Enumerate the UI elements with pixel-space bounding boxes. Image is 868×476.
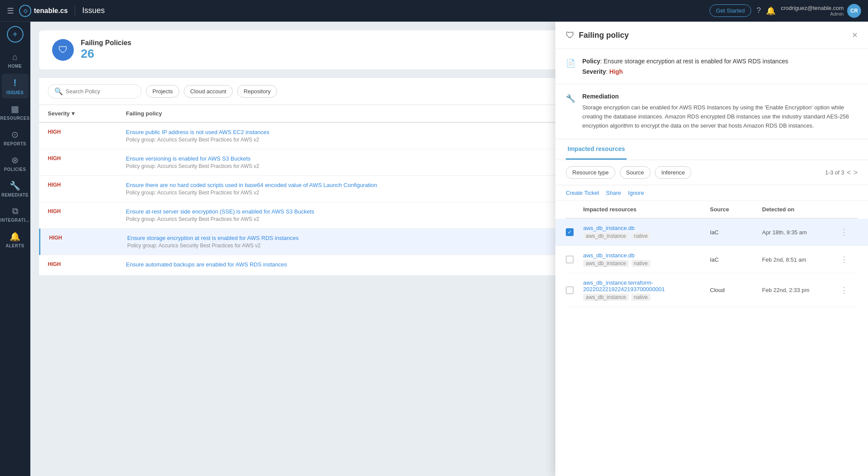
prev-page-button[interactable]: <	[847, 169, 851, 177]
list-item: aws_db_instance.db aws_db_instance nativ…	[566, 246, 858, 273]
ignore-link[interactable]: Ignore	[628, 190, 644, 196]
remediate-icon: 🔧	[10, 181, 20, 191]
policy-text: Ensure storage encryption at rest is ena…	[604, 58, 788, 65]
resource-source: IaC	[710, 229, 762, 236]
detail-remediation-content: Remediation Storage encryption can be en…	[582, 93, 858, 130]
resources-icon: ▦	[11, 104, 19, 114]
resource-detected-date: Feb 22nd, 2:33 pm	[762, 287, 840, 293]
resource-source: IaC	[710, 256, 762, 263]
user-email: crodriguez@tenable.com	[781, 5, 844, 11]
search-icon: 🔍	[54, 87, 63, 95]
row-checkbox[interactable]	[566, 228, 574, 236]
issues-header-info: Failing Policies 26	[81, 39, 131, 61]
inference-filter[interactable]: Inference	[655, 166, 691, 179]
sidebar-label-integrations: INTEGRATI...	[0, 218, 30, 223]
alerts-icon: 🔔	[10, 231, 20, 242]
page-title: Issues	[82, 6, 105, 15]
resource-name[interactable]: aws_db_instance.terraform-20220222192242…	[583, 279, 710, 292]
sidebar-item-integrations[interactable]: ⧉ INTEGRATI...	[2, 203, 29, 226]
sidebar-label-home: HOME	[8, 64, 22, 69]
menu-icon[interactable]: ☰	[7, 6, 14, 16]
repository-filter[interactable]: Repository	[237, 85, 277, 98]
actions-col-header	[840, 206, 858, 213]
severity-badge: HIGH	[48, 182, 126, 196]
pagination-text: 1-3 of 3	[825, 169, 844, 176]
sidebar-item-remediate[interactable]: 🔧 REMEDIATE	[2, 177, 29, 201]
notification-icon[interactable]: 🔔	[766, 6, 776, 16]
next-page-button[interactable]: >	[854, 169, 858, 177]
severity-badge: HIGH	[48, 208, 126, 222]
sidebar-item-resources[interactable]: ▦ RESOURCES	[2, 100, 29, 124]
more-options-button[interactable]: ⋮	[840, 286, 858, 295]
row-checkbox[interactable]	[566, 286, 574, 294]
wrench-icon: 🔧	[566, 94, 575, 130]
sidebar-item-alerts[interactable]: 🔔 ALERTS	[2, 228, 29, 252]
detail-shield-icon: 🛡	[566, 30, 574, 40]
resource-sub: aws_db_instance native	[583, 260, 710, 267]
app-body: + ⌂ HOME ! ISSUES ▦ RESOURCES ⊙ REPORTS …	[0, 22, 868, 476]
user-avatar[interactable]: CR	[847, 4, 861, 18]
close-button[interactable]: ×	[852, 30, 858, 41]
sidebar-item-reports[interactable]: ⊙ REPORTS	[2, 126, 29, 150]
list-item: aws_db_instance.db aws_db_instance nativ…	[555, 219, 868, 246]
share-link[interactable]: Share	[606, 190, 621, 196]
search-box[interactable]: 🔍	[48, 84, 142, 98]
nav-divider	[75, 6, 75, 16]
resource-native-tag: native	[631, 233, 650, 240]
resource-native-tag: native	[631, 294, 650, 301]
resource-name[interactable]: aws_db_instance.db	[583, 252, 710, 259]
resource-detected-date: Feb 2nd, 8:51 am	[762, 256, 840, 263]
logo: ◇ tenable.cs	[19, 5, 68, 17]
get-started-button[interactable]: Get Started	[710, 4, 751, 17]
help-icon[interactable]: ?	[756, 6, 761, 15]
sidebar-label-remediate: REMEDIATE	[1, 193, 29, 197]
resource-info: aws_db_instance.db aws_db_instance nativ…	[583, 225, 710, 240]
issues-header-title: Failing Policies	[81, 39, 131, 47]
more-options-button[interactable]: ⋮	[840, 255, 858, 264]
more-options-button[interactable]: ⋮	[840, 227, 858, 237]
cloud-account-filter[interactable]: Cloud account	[184, 85, 233, 98]
user-menu[interactable]: crodriguez@tenable.com Admin CR	[781, 4, 861, 18]
policies-icon: ⊛	[11, 155, 19, 165]
navbar: ☰ ◇ tenable.cs Issues Get Started ? 🔔 cr…	[0, 0, 868, 22]
sidebar: + ⌂ HOME ! ISSUES ▦ RESOURCES ⊙ REPORTS …	[0, 22, 30, 476]
detail-tabs: Impacted resources	[555, 139, 868, 160]
projects-filter[interactable]: Projects	[146, 85, 179, 98]
resource-type-tag: aws_db_instance	[583, 233, 629, 240]
severity-column-header[interactable]: Severity ▾	[48, 110, 126, 117]
sidebar-item-home[interactable]: ⌂ HOME	[2, 49, 29, 72]
sort-icon: ▾	[72, 110, 75, 117]
resource-info: aws_db_instance.terraform-20220222192242…	[583, 279, 710, 301]
sidebar-item-issues[interactable]: ! ISSUES	[2, 74, 29, 98]
severity-label: Severity	[582, 68, 606, 75]
resources-table: Impacted resources Source Detected on aw…	[555, 201, 868, 307]
tab-impacted-resources[interactable]: Impacted resources	[566, 139, 627, 160]
resource-type-tag: aws_db_instance	[583, 260, 629, 267]
resource-type-filter[interactable]: Resource type	[566, 166, 615, 179]
source-filter[interactable]: Source	[620, 166, 650, 179]
sidebar-label-alerts: ALERTS	[6, 243, 24, 248]
source-col-header: Source	[710, 206, 762, 213]
pagination: 1-3 of 3 < >	[825, 169, 858, 177]
create-ticket-link[interactable]: Create Ticket	[566, 190, 599, 196]
add-button[interactable]: +	[7, 26, 23, 43]
policy-label: Policy	[582, 58, 600, 65]
resource-name[interactable]: aws_db_instance.db	[583, 225, 710, 231]
resources-table-header: Impacted resources Source Detected on	[566, 201, 858, 219]
severity-badge: HIGH	[48, 129, 126, 143]
detail-doc-icon: 📄	[566, 59, 575, 75]
row-checkbox[interactable]	[566, 256, 574, 263]
severity-badge: HIGH	[48, 261, 126, 269]
issues-header-count: 26	[81, 47, 131, 61]
severity-badge: HIGH	[48, 155, 126, 169]
remediation-label: Remediation	[582, 93, 858, 100]
sidebar-label-resources: RESOURCES	[0, 116, 30, 121]
sidebar-item-policies[interactable]: ⊛ POLICIES	[2, 151, 29, 175]
detail-actions: Create Ticket Share Ignore	[555, 185, 868, 201]
home-icon: ⌂	[12, 52, 17, 62]
search-input[interactable]	[66, 88, 135, 95]
resource-info: aws_db_instance.db aws_db_instance nativ…	[583, 252, 710, 267]
issues-header-icon: 🛡	[52, 39, 74, 61]
detected-on-col-header: Detected on	[762, 206, 840, 213]
sidebar-label-reports: REPORTS	[4, 141, 26, 146]
